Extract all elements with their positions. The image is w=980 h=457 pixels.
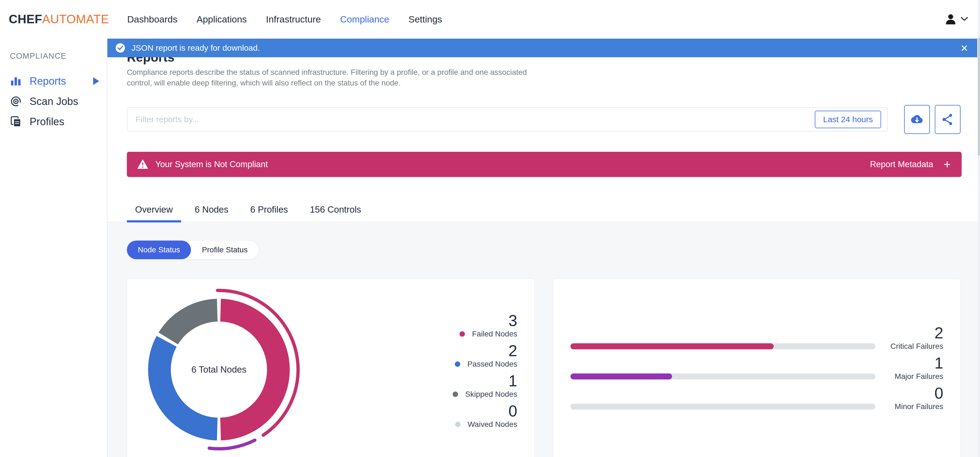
scan-target-icon: [10, 96, 22, 107]
report-tabs: Overview 6 Nodes 6 Profiles 156 Controls: [127, 204, 369, 223]
sidebar-item-scan-jobs[interactable]: Scan Jobs: [10, 91, 101, 111]
severity-bar-track: [570, 343, 875, 349]
notification-message: JSON report is ready for download.: [132, 43, 961, 53]
legend-dot-icon: [460, 331, 465, 337]
legend-label: Passed Nodes: [468, 360, 517, 368]
logo-chef-text: CHEF: [9, 12, 42, 26]
report-metadata-label: Report Metadata: [870, 159, 933, 169]
tab-nodes[interactable]: 6 Nodes: [186, 204, 237, 223]
sidebar-item-label: Profiles: [30, 116, 64, 128]
cloud-download-icon: [910, 112, 924, 127]
nav-compliance[interactable]: Compliance: [340, 14, 389, 25]
bar-chart-icon: [10, 75, 22, 87]
close-icon[interactable]: ×: [961, 41, 968, 54]
legend-dot-icon: [455, 361, 460, 367]
filter-input-wrap: Last 24 hours: [127, 107, 888, 132]
sidebar-item-reports[interactable]: Reports: [10, 71, 101, 91]
page-description: Compliance reports describe the status o…: [127, 67, 527, 88]
severity-value: 2: [934, 325, 943, 341]
sidebar-section-label: COMPLIANCE: [10, 51, 101, 61]
compliance-sidebar: COMPLIANCE Reports Scan Jobs Profiles: [0, 38, 107, 457]
sidebar-item-label: Scan Jobs: [30, 96, 78, 107]
share-icon: [940, 112, 955, 127]
main-content: Reports Compliance reports describe the …: [107, 38, 980, 457]
share-report-button[interactable]: [935, 105, 961, 134]
compliance-alert-banner: Your System is Not Compliant Report Meta…: [127, 152, 962, 177]
node-status-card: 6 Total Nodes 3 Failed Nodes 2 Passed No…: [127, 279, 535, 457]
filter-toolbar: Last 24 hours: [127, 107, 961, 134]
legend-label: Waived Nodes: [468, 420, 517, 429]
severity-label: Minor Failures: [895, 401, 943, 412]
legend-dot-icon: [455, 422, 461, 427]
tab-profiles[interactable]: 6 Profiles: [242, 204, 296, 223]
node-status-donut-chart: 6 Total Nodes: [135, 286, 302, 453]
legend-value: 0: [509, 403, 517, 419]
nav-applications[interactable]: Applications: [197, 14, 247, 25]
severity-bar-fill: [570, 373, 672, 379]
legend-value: 3: [509, 313, 517, 328]
download-report-button[interactable]: [904, 105, 930, 134]
donut-legend: 3 Failed Nodes 2 Passed Nodes 1 Skipped …: [453, 313, 517, 433]
download-notification-banner: JSON report is ready for download. ×: [107, 39, 977, 57]
top-navbar: CHEFAUTOMATE Dashboards Applications Inf…: [0, 0, 980, 38]
scrollbar-thumb[interactable]: [978, 38, 980, 156]
logo-automate-text: AUTOMATE: [42, 12, 109, 26]
nav-infrastructure[interactable]: Infrastructure: [266, 14, 321, 25]
severity-bar-row: 2 Critical Failures: [570, 325, 943, 352]
nav-dashboards[interactable]: Dashboards: [127, 14, 177, 25]
check-circle-icon: [115, 43, 126, 53]
severity-bar-track: [570, 373, 875, 379]
legend-row: 0 Waived Nodes: [455, 403, 517, 430]
time-range-button[interactable]: Last 24 hours: [815, 111, 881, 128]
overview-cards: 6 Total Nodes 3 Failed Nodes 2 Passed No…: [127, 279, 961, 457]
plus-icon: +: [943, 158, 951, 170]
legend-value: 1: [509, 373, 517, 389]
submenu-arrow-icon: [93, 77, 99, 85]
app-window: CHEFAUTOMATE Dashboards Applications Inf…: [0, 0, 980, 457]
documents-icon: [10, 116, 22, 128]
chef-automate-logo[interactable]: CHEFAUTOMATE: [9, 12, 109, 26]
failure-severity-card: 2 Critical Failures 1 Major Failures 0 M…: [553, 279, 961, 457]
toggle-node-status[interactable]: Node Status: [127, 240, 191, 259]
severity-value: 1: [934, 355, 943, 371]
alert-message: Your System is Not Compliant: [155, 159, 268, 169]
severity-bar-row: 0 Minor Failures: [570, 385, 943, 412]
severity-label: Critical Failures: [891, 341, 943, 352]
status-toggle: Node Status Profile Status: [127, 240, 259, 259]
sidebar-item-label: Reports: [30, 75, 66, 87]
severity-value: 0: [934, 385, 943, 401]
donut-center-label: 6 Total Nodes: [135, 286, 302, 453]
warning-triangle-icon: [137, 159, 148, 170]
report-metadata-toggle[interactable]: Report Metadata +: [870, 158, 951, 170]
user-menu[interactable]: [944, 13, 968, 25]
legend-dot-icon: [453, 392, 458, 397]
legend-row: 3 Failed Nodes: [460, 313, 517, 339]
chevron-down-icon: [961, 17, 968, 21]
legend-row: 1 Skipped Nodes: [453, 373, 517, 400]
severity-bar-track: [570, 404, 875, 409]
legend-value: 2: [509, 343, 517, 359]
user-profile-icon: [944, 13, 957, 25]
severity-label: Major Failures: [895, 371, 943, 382]
legend-label: Failed Nodes: [472, 330, 517, 338]
overview-body: Node Status Profile Status 6 Total Nodes…: [107, 223, 980, 457]
tab-overview[interactable]: Overview: [127, 204, 181, 223]
legend-row: 2 Passed Nodes: [455, 343, 517, 369]
filter-reports-input[interactable]: [127, 107, 888, 132]
nav-settings[interactable]: Settings: [409, 14, 442, 25]
legend-label: Skipped Nodes: [465, 390, 517, 399]
failure-severity-chart: 2 Critical Failures 1 Major Failures 0 M…: [570, 325, 943, 416]
primary-nav: Dashboards Applications Infrastructure C…: [127, 14, 442, 25]
tab-controls[interactable]: 156 Controls: [302, 204, 369, 223]
page-scrollbar[interactable]: [978, 0, 980, 457]
sidebar-item-profiles[interactable]: Profiles: [10, 111, 101, 132]
toggle-profile-status[interactable]: Profile Status: [191, 240, 259, 259]
severity-bar-row: 1 Major Failures: [570, 355, 943, 382]
reports-header-section: Reports Compliance reports describe the …: [107, 38, 980, 223]
severity-bar-fill: [570, 343, 774, 349]
